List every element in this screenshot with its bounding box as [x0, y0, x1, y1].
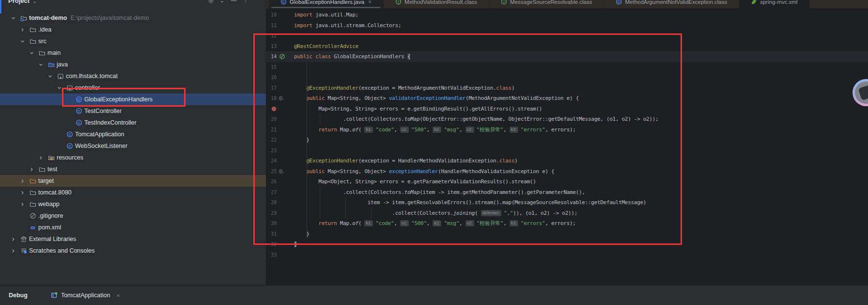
chevron-down-icon[interactable]: [47, 74, 57, 79]
code-line[interactable]: 27 .collect(Collectors.toMap(item -> ite…: [266, 187, 868, 198]
tree-item-external-libraries[interactable]: External Libraries: [0, 233, 266, 245]
line-number[interactable]: 25: [266, 166, 277, 177]
tree-item-tomcat-8080[interactable]: tomcat.8080: [0, 187, 266, 198]
code-line[interactable]: 30 return Map.of( k1:"code", v1:"500", k…: [266, 218, 868, 229]
annotation-gutter-icon[interactable]: @⌄: [277, 93, 294, 104]
code-line[interactable]: Map<String, String> errors = e.getBindin…: [266, 104, 868, 114]
chevron-down-icon[interactable]: [11, 16, 20, 20]
gutter[interactable]: [277, 72, 294, 83]
line-number[interactable]: 28: [266, 197, 277, 208]
code-line[interactable]: 25@⌄ public Map<String, Object> exceptio…: [266, 166, 868, 177]
line-number[interactable]: 13: [266, 41, 277, 52]
gutter[interactable]: [277, 197, 294, 208]
line-number[interactable]: 14: [266, 51, 277, 62]
tree-item-testindexcontroller[interactable]: CTestIndexController: [0, 117, 266, 128]
tree-item-tomcat-demo[interactable]: tomcat-demoE:\projects\java\tomcat-demo: [0, 12, 266, 24]
tree-item-src[interactable]: src: [0, 35, 266, 47]
code-line[interactable]: 28 item -> item.getResolvableErrors().st…: [266, 197, 868, 208]
line-number[interactable]: 24: [266, 156, 277, 166]
hide-icon[interactable]: —: [231, 0, 237, 4]
chevron-right-icon[interactable]: [38, 155, 48, 160]
gutter[interactable]: [277, 208, 294, 219]
tree-item--gitignore[interactable]: .gitignore: [0, 210, 266, 222]
code-line[interactable]: 21 return Map.of( k1:"code", v1:"500", k…: [266, 125, 868, 135]
code-line[interactable]: 17 @ExceptionHandler(exception = MethodA…: [266, 83, 868, 94]
gutter[interactable]: [277, 125, 294, 135]
editor-tab-messagesourceresolvable-class[interactable]: IMessageSourceResolvable.class: [489, 0, 604, 8]
tree-item-testcontroller[interactable]: CTestController: [0, 105, 266, 117]
tree-item-java[interactable]: java: [0, 59, 266, 70]
code-line[interactable]: 29 .collect(Collectors.joining( delimite…: [266, 208, 868, 219]
line-number[interactable]: 20: [266, 114, 277, 125]
line-number[interactable]: 31: [266, 229, 277, 240]
chevron-down-icon[interactable]: [57, 85, 66, 90]
line-number[interactable]: 12: [266, 31, 277, 41]
line-number[interactable]: 11: [266, 20, 277, 31]
gutter[interactable]: [277, 41, 294, 52]
tree-item-target[interactable]: target: [0, 175, 266, 187]
gutter[interactable]: [277, 135, 294, 145]
code-line[interactable]: 33: [266, 250, 868, 260]
tree-item-tomcatapplication[interactable]: CTomcatApplication: [0, 128, 266, 140]
project-panel-title[interactable]: Project⌄: [8, 0, 37, 4]
chevron-right-icon[interactable]: [29, 167, 39, 172]
code-line[interactable]: 22 }: [266, 135, 868, 145]
chevron-right-icon[interactable]: [20, 202, 30, 207]
debug-session-tab[interactable]: TomcatApplication ×: [51, 292, 120, 299]
line-number[interactable]: 22: [266, 135, 277, 145]
gutter[interactable]: [277, 31, 294, 41]
gutter[interactable]: [277, 145, 294, 156]
editor-tab-methodargumentnotvalidexception-class[interactable]: CMethodArgumentNotValidException.class: [604, 0, 739, 8]
gutter[interactable]: [277, 177, 294, 187]
gutter[interactable]: [277, 83, 294, 94]
code-line[interactable]: 24 @ExceptionHandler(exception = Handler…: [266, 156, 868, 166]
code-line[interactable]: 13@RestControllerAdvice: [266, 41, 868, 52]
debug-toolwindow-title[interactable]: Debug: [9, 292, 28, 299]
code-line[interactable]: 18@⌄ public Map<String, Object> validato…: [266, 93, 868, 104]
chevron-down-icon[interactable]: [38, 62, 48, 67]
tree-item-resources[interactable]: resources: [0, 152, 266, 163]
code-line[interactable]: 11import java.util.stream.Collectors;: [266, 20, 868, 31]
editor-tab-globalexceptionhandlers-java[interactable]: CGlobalExceptionHandlers.java×: [269, 0, 384, 8]
code-line[interactable]: 20 .collect(Collectors.toMap(ObjectError…: [266, 114, 868, 125]
chevron-down-icon[interactable]: ⌄: [219, 0, 224, 4]
gutter[interactable]: [277, 218, 294, 229]
line-number[interactable]: 16: [266, 72, 277, 83]
gutter[interactable]: [277, 62, 294, 73]
gutter[interactable]: [277, 250, 294, 260]
editor-tab-methodvalidationresult-class[interactable]: IMethodValidationResult.class: [384, 0, 489, 8]
code-line[interactable]: 26 Map<Object, String> errors = e.getPar…: [266, 177, 868, 187]
tree-item-globalexceptionhandlers[interactable]: CGlobalExceptionHandlers: [0, 94, 266, 105]
breakpoint-icon[interactable]: [266, 104, 277, 114]
code-line[interactable]: 14public class GlobalExceptionHandlers {: [266, 51, 868, 62]
code-area[interactable]: 10import java.util.Map;11import java.uti…: [266, 8, 868, 285]
line-number[interactable]: 26: [266, 177, 277, 187]
annotation-gutter-icon[interactable]: @⌄: [277, 166, 294, 177]
code-line[interactable]: 31 }: [266, 229, 868, 240]
line-number[interactable]: 21: [266, 125, 277, 135]
chevron-down-icon[interactable]: [29, 50, 39, 55]
code-line[interactable]: 23: [266, 145, 868, 156]
gutter[interactable]: [277, 10, 294, 20]
line-number[interactable]: 30: [266, 218, 277, 229]
chevron-right-icon[interactable]: [20, 178, 30, 183]
gutter[interactable]: [277, 114, 294, 125]
tree-item--idea[interactable]: .idea: [0, 24, 266, 35]
gutter[interactable]: [277, 20, 294, 31]
chevron-down-icon[interactable]: [20, 39, 30, 44]
line-number[interactable]: 15: [266, 62, 277, 73]
code-line[interactable]: 32}: [266, 239, 868, 250]
more-vertical-icon[interactable]: ⋮: [243, 0, 249, 4]
line-number[interactable]: 29: [266, 208, 277, 219]
gutter[interactable]: [277, 104, 294, 114]
line-number[interactable]: 10: [266, 10, 277, 20]
line-number[interactable]: 23: [266, 145, 277, 156]
tree-item-test[interactable]: test: [0, 163, 266, 175]
chevron-right-icon[interactable]: [11, 237, 20, 241]
run-gutter-icon[interactable]: [277, 51, 294, 62]
close-icon[interactable]: ×: [116, 292, 120, 299]
line-number[interactable]: 17: [266, 83, 277, 94]
help-circle-icon[interactable]: ◎: [208, 0, 213, 4]
chevron-right-icon[interactable]: [11, 248, 20, 253]
tree-item-com-lhstack-tomcat[interactable]: com.lhstack.tomcat: [0, 70, 266, 82]
